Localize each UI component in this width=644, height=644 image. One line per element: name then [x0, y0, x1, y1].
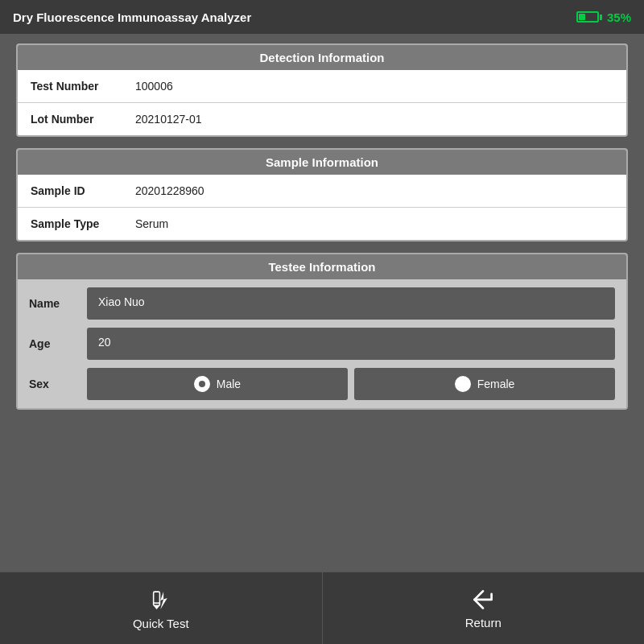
testee-info-body: Name Xiao Nuo Age 20 Sex Male F	[18, 279, 626, 408]
sex-radio-group: Male Female	[87, 368, 615, 400]
sample-info-header: Sample Information	[18, 150, 626, 175]
return-label: Return	[465, 616, 502, 630]
female-label: Female	[477, 378, 515, 390]
name-row: Name Xiao Nuo	[29, 287, 615, 320]
svg-marker-2	[153, 605, 159, 609]
bottom-toolbar: Quick Test Return	[0, 572, 644, 644]
lot-number-label: Lot Number	[31, 113, 135, 126]
return-button[interactable]: Return	[323, 572, 645, 644]
test-number-row: Test Number 100006	[18, 70, 626, 103]
app-title: Dry Fluorescence Immunoassay Analyzer	[13, 10, 251, 24]
male-radio-button[interactable]: Male	[87, 368, 348, 400]
quick-test-icon	[150, 586, 172, 612]
testee-info-card: Testee Information Name Xiao Nuo Age 20 …	[16, 253, 628, 410]
svg-marker-3	[160, 592, 167, 609]
sample-type-row: Sample Type Serum	[18, 208, 626, 240]
battery-percent: 35%	[607, 10, 631, 24]
quick-test-label: Quick Test	[133, 617, 189, 630]
sample-id-row: Sample ID 20201228960	[18, 175, 626, 208]
detection-info-card: Detection Information Test Number 100006…	[16, 43, 628, 137]
age-row: Age 20	[29, 328, 615, 360]
return-icon	[469, 587, 497, 611]
quick-test-button[interactable]: Quick Test	[0, 572, 323, 644]
testee-info-header: Testee Information	[18, 254, 626, 279]
lot-number-value: 20210127-01	[135, 113, 202, 126]
sample-info-card: Sample Information Sample ID 20201228960…	[16, 148, 628, 242]
detection-info-header: Detection Information	[18, 45, 626, 70]
battery-icon	[576, 11, 602, 23]
age-input[interactable]: 20	[87, 328, 615, 360]
female-radio-indicator	[455, 376, 471, 392]
female-radio-button[interactable]: Female	[354, 368, 615, 400]
sample-id-label: Sample ID	[31, 184, 135, 197]
name-label: Name	[29, 297, 77, 310]
sex-label: Sex	[29, 378, 77, 390]
detection-info-body: Test Number 100006 Lot Number 20210127-0…	[18, 70, 626, 135]
test-number-label: Test Number	[31, 80, 135, 93]
title-bar: Dry Fluorescence Immunoassay Analyzer 35…	[0, 0, 644, 34]
main-content: Detection Information Test Number 100006…	[0, 34, 644, 572]
sex-row: Sex Male Female	[29, 368, 615, 400]
lot-number-row: Lot Number 20210127-01	[18, 103, 626, 135]
test-number-value: 100006	[135, 80, 173, 93]
sample-type-label: Sample Type	[31, 217, 135, 230]
male-radio-indicator	[194, 376, 210, 392]
male-label: Male	[217, 378, 241, 390]
sample-id-value: 20201228960	[135, 184, 204, 197]
name-input[interactable]: Xiao Nuo	[87, 287, 615, 320]
sample-type-value: Serum	[135, 217, 168, 230]
age-label: Age	[29, 337, 77, 350]
sample-info-body: Sample ID 20201228960 Sample Type Serum	[18, 175, 626, 240]
battery-container: 35%	[576, 10, 631, 24]
